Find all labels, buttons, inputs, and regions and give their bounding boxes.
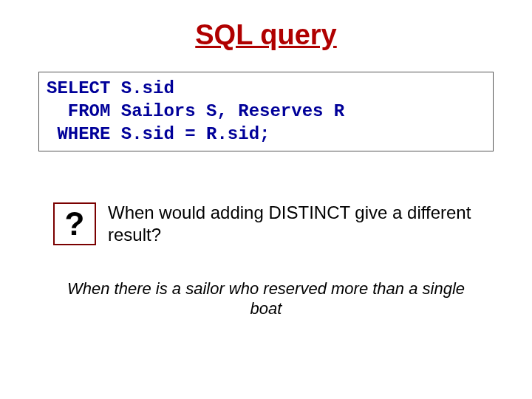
answer-text: When there is a sailor who reserved more… (0, 279, 532, 319)
sql-code-box: SELECT S.sid FROM Sailors S, Reserves R … (38, 72, 494, 151)
slide: SQL query SELECT S.sid FROM Sailors S, R… (0, 19, 532, 399)
question-mark-box: ? (53, 202, 96, 245)
question-row: ? When would adding DISTINCT give a diff… (53, 202, 488, 246)
slide-title: SQL query (0, 19, 532, 51)
question-text: When would adding DISTINCT give a differ… (108, 202, 488, 246)
code-line-1: SELECT S.sid (47, 78, 174, 98)
code-line-3: WHERE S.sid = R.sid; (47, 124, 270, 144)
question-mark-icon: ? (65, 208, 85, 240)
code-line-2: FROM Sailors S, Reserves R (47, 101, 344, 121)
